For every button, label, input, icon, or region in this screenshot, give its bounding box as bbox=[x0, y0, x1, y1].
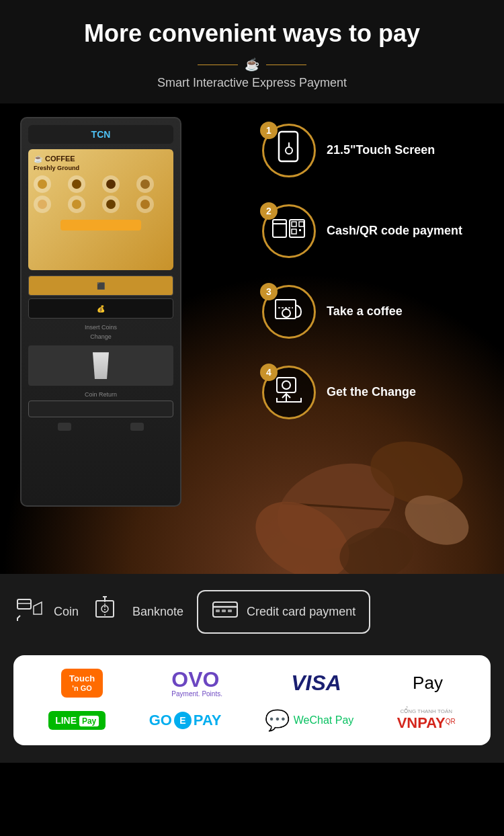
svg-point-7 bbox=[286, 147, 292, 154]
banknote-label: Banknote bbox=[132, 605, 183, 619]
partners-row-2: LINE Pay GO E PAY 💬 WeChat Pay CỔNG THAN… bbox=[27, 708, 477, 732]
coin-method: Coin bbox=[13, 594, 79, 630]
divider: ☕ bbox=[13, 57, 491, 72]
go-text: GO bbox=[149, 712, 172, 729]
screen-item-8 bbox=[136, 196, 154, 213]
machine-top: TCN bbox=[28, 125, 173, 144]
machine-slots: ⬛ 💰 bbox=[28, 276, 173, 319]
credit-card-icon bbox=[212, 599, 239, 624]
step-4: 4 Get the Change bbox=[262, 366, 491, 419]
svg-point-20 bbox=[282, 381, 290, 389]
touchngo-logo: Touch 'n GO bbox=[61, 669, 103, 697]
svg-point-18 bbox=[282, 309, 290, 317]
svg-rect-30 bbox=[216, 610, 220, 612]
divider-left bbox=[198, 65, 238, 65]
step-1: 1 21.5"Touch Screen bbox=[262, 124, 491, 177]
foot-left bbox=[58, 423, 71, 431]
ovo-logo: OVO bbox=[171, 669, 222, 690]
machine-feet bbox=[28, 423, 173, 431]
vnpay-top-text: CỔNG THANH TOÁN bbox=[397, 708, 456, 714]
steps-container: 1 21.5"Touch Screen 2 bbox=[262, 124, 491, 446]
pay-badge: Pay bbox=[79, 716, 99, 726]
page-title: More convenient ways to pay bbox=[13, 19, 491, 48]
screen-item-2 bbox=[68, 175, 85, 193]
coin-label: Coin bbox=[54, 605, 79, 619]
screen-item-5 bbox=[34, 196, 51, 213]
touchscreen-icon bbox=[275, 130, 303, 171]
screen-button bbox=[60, 220, 141, 231]
get-change-icon bbox=[271, 372, 306, 413]
svg-rect-32 bbox=[228, 610, 232, 612]
step-3: 3 Take a coffee bbox=[262, 285, 491, 339]
screen-item-1 bbox=[34, 175, 51, 193]
tcn-logo: TCN bbox=[32, 129, 169, 140]
svg-rect-31 bbox=[222, 610, 226, 612]
header-section: More convenient ways to pay ☕ Smart Inte… bbox=[0, 0, 504, 103]
step-2: 2 Cash/QR code payment bbox=[262, 204, 491, 258]
insert-coins-label: Insert Coins bbox=[28, 324, 173, 331]
foot-right bbox=[130, 423, 144, 431]
svg-rect-13 bbox=[292, 229, 296, 234]
svg-rect-22 bbox=[17, 599, 31, 609]
svg-rect-19 bbox=[277, 378, 296, 392]
partners-row-1: Touch 'n GO OVO Payment. Points. VISA Pa… bbox=[27, 669, 477, 698]
wechatpay-logo: 💬 WeChat Pay bbox=[265, 708, 354, 732]
linepay-logo: LINE Pay bbox=[48, 711, 106, 730]
screen-title: ☕ COFFEEFreshly Ground bbox=[34, 155, 168, 171]
coin-return-label: Coin Return bbox=[28, 391, 173, 398]
credit-card-method: Credit card payment bbox=[197, 590, 370, 634]
screen-item-6 bbox=[68, 196, 85, 213]
ovo-logo-container: OVO Payment. Points. bbox=[171, 669, 222, 698]
step-3-circle: 3 bbox=[262, 285, 316, 339]
step-4-circle: 4 bbox=[262, 366, 316, 419]
gopay-logo: GO E PAY bbox=[149, 712, 222, 729]
credit-card-label: Credit card payment bbox=[247, 605, 355, 619]
coin-icon bbox=[13, 594, 47, 630]
screen-grid bbox=[34, 175, 168, 213]
change-text: Change bbox=[28, 333, 173, 340]
vending-machine: TCN ☕ COFFEEFreshly Ground bbox=[20, 117, 208, 507]
machine-screen: ☕ COFFEEFreshly Ground bbox=[28, 149, 173, 270]
step-2-number: 2 bbox=[260, 202, 278, 220]
tng-text: Touch bbox=[69, 674, 95, 683]
vnpay-logo: CỔNG THANH TOÁN VNPAYQR bbox=[397, 708, 456, 732]
slot-yellow: ⬛ bbox=[28, 276, 173, 296]
slot-icon-2: 💰 bbox=[97, 305, 105, 312]
take-coffee-icon bbox=[271, 293, 306, 331]
cup-area bbox=[28, 345, 173, 386]
applepay-logo: Pay bbox=[410, 673, 443, 694]
gopay-icon: E bbox=[174, 712, 192, 729]
pay-text: PAY bbox=[194, 712, 222, 729]
insert-text: Insert Coins bbox=[28, 324, 173, 331]
wechatpay-text: WeChat Pay bbox=[294, 714, 354, 726]
main-section: TCN ☕ COFFEEFreshly Ground bbox=[0, 103, 504, 574]
machine-body: TCN ☕ COFFEEFreshly Ground bbox=[20, 117, 181, 507]
partners-section-wrapper: Touch 'n GO OVO Payment. Points. VISA Pa… bbox=[0, 650, 504, 763]
subtitle: Smart Interactive Express Payment bbox=[13, 76, 491, 90]
tng-ngo: 'n GO bbox=[69, 684, 95, 692]
divider-right bbox=[266, 65, 306, 65]
svg-rect-15 bbox=[299, 229, 301, 231]
svg-rect-9 bbox=[273, 220, 286, 237]
step-1-number: 1 bbox=[260, 122, 278, 139]
applepay-text: Pay bbox=[413, 673, 443, 694]
cash-qr-icon bbox=[271, 214, 306, 248]
wechat-icon: 💬 bbox=[265, 708, 290, 732]
screen-item-4 bbox=[136, 175, 154, 193]
step-4-number: 4 bbox=[260, 364, 278, 381]
svg-rect-12 bbox=[292, 222, 296, 226]
vnpay-main: VNPAYQR bbox=[397, 714, 456, 732]
step-3-number: 3 bbox=[260, 283, 278, 300]
payment-methods-section: Coin Banknote Credit card payment bbox=[0, 574, 504, 650]
coin-slot bbox=[28, 401, 173, 417]
step-4-text: Get the Change bbox=[327, 384, 416, 400]
step-2-circle: 2 bbox=[262, 204, 316, 258]
screen-item-7 bbox=[102, 196, 120, 213]
vnpay-text: VNPAY bbox=[397, 714, 446, 731]
banknote-method: Banknote bbox=[92, 594, 183, 630]
step-3-text: Take a coffee bbox=[327, 304, 403, 319]
vnpay-qr: QR bbox=[446, 718, 456, 725]
step-2-text: Cash/QR code payment bbox=[327, 223, 462, 239]
visa-logo: VISA bbox=[291, 671, 341, 696]
slot-dark: 💰 bbox=[28, 298, 173, 319]
